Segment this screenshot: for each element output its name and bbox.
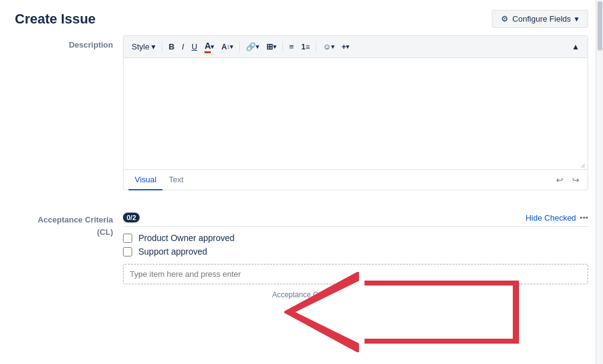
acceptance-label-col: Acceptance Criteria (CL) — [15, 210, 123, 238]
checklist-checkbox-2[interactable] — [123, 247, 132, 256]
chevron-down-icon: ▾ — [575, 14, 579, 23]
toolbar-divider — [162, 41, 162, 53]
chevron-down-icon: ▾ — [230, 43, 233, 50]
scrollbar[interactable] — [596, 0, 603, 364]
scrollbar-thumb[interactable] — [597, 1, 602, 51]
tab-text[interactable]: Text — [162, 170, 190, 190]
acceptance-field-col: 0/2 Hide Checked ••• Product Owner appro… — [123, 210, 588, 299]
checklist-items: Product Owner approved Support approved — [123, 233, 588, 256]
link-button[interactable]: 🔗 ▾ — [243, 40, 262, 53]
page-wrapper: Create Issue ⚙ Configure Fields ▾ Descri… — [0, 0, 603, 364]
acceptance-row: Acceptance Criteria (CL) 0/2 Hide Checke… — [0, 210, 603, 299]
configure-fields-label: Configure Fields — [512, 14, 571, 23]
font-size-button[interactable]: A↕ ▾ — [218, 41, 236, 53]
editor-tabs: Visual Text ↩ ↪ — [124, 169, 588, 190]
emoji-button[interactable]: ☺ ▾ — [319, 40, 337, 53]
acceptance-divider — [123, 226, 588, 227]
toolbar-divider-2 — [239, 41, 240, 53]
editor-body[interactable]: ◢ — [124, 58, 588, 169]
toolbar-divider-4 — [316, 41, 316, 53]
underline-button[interactable]: U — [188, 40, 200, 53]
bullet-list-button[interactable]: ≡ — [286, 40, 297, 53]
acceptance-footer: Acceptance Criteria field based on Check… — [123, 290, 588, 299]
page-header: Create Issue ⚙ Configure Fields ▾ — [0, 0, 603, 35]
acceptance-actions: Hide Checked ••• — [526, 213, 588, 222]
checklist-item-text-2: Support approved — [138, 247, 207, 256]
chevron-down-icon: ▾ — [256, 43, 259, 50]
acceptance-criteria-label-sub: (CL) — [15, 226, 113, 239]
acceptance-section: 0/2 Hide Checked ••• Product Owner appro… — [123, 213, 588, 299]
numbered-list-button[interactable]: 1≡ — [298, 41, 313, 53]
description-row: Description Style ▾ B I — [0, 35, 603, 200]
checklist-checkbox-1[interactable] — [123, 234, 132, 243]
chevron-down-icon: ▾ — [346, 43, 349, 50]
collapse-button[interactable]: ▲ — [568, 40, 583, 53]
chevron-down-icon: ▾ — [273, 43, 276, 50]
acceptance-criteria-label: Acceptance Criteria — [15, 214, 113, 226]
add-item-input[interactable] — [123, 264, 588, 284]
editor-tabs-right: ↩ ↪ — [553, 172, 583, 187]
checklist-item: Product Owner approved — [123, 233, 588, 243]
checklist-item-2: Support approved — [123, 247, 588, 256]
tab-visual[interactable]: Visual — [129, 170, 162, 190]
more-options-button[interactable]: ••• — [580, 213, 588, 222]
redo-button[interactable]: ↪ — [569, 172, 583, 187]
description-editor: Style ▾ B I U A ▾ — [123, 35, 588, 190]
text-color-button[interactable]: A ▾ — [201, 39, 217, 55]
configure-fields-button[interactable]: ⚙ Configure Fields ▾ — [492, 10, 588, 28]
insert-button[interactable]: ⊞ ▾ — [263, 40, 279, 53]
gear-icon: ⚙ — [501, 14, 508, 23]
checklist-item-text-1: Product Owner approved — [138, 233, 235, 243]
italic-button[interactable]: I — [179, 40, 187, 53]
bold-button[interactable]: B — [166, 40, 177, 53]
chevron-down-icon: ▾ — [211, 43, 214, 50]
acceptance-header: 0/2 Hide Checked ••• — [123, 213, 588, 222]
editor-tabs-left: Visual Text — [129, 170, 190, 190]
more-button[interactable]: + ▾ — [339, 40, 353, 53]
chevron-down-icon: ▾ — [151, 42, 156, 51]
editor-toolbar: Style ▾ B I U A ▾ — [124, 36, 588, 58]
undo-button[interactable]: ↩ — [553, 172, 567, 187]
toolbar-divider-3 — [282, 41, 283, 53]
resize-handle[interactable]: ◢ — [580, 162, 586, 168]
style-button[interactable]: Style ▾ — [129, 40, 159, 53]
description-label: Description — [15, 35, 123, 49]
acceptance-badge: 0/2 — [123, 213, 140, 222]
chevron-down-icon: ▾ — [331, 43, 334, 50]
description-field-col: Style ▾ B I U A ▾ — [123, 35, 588, 200]
page-title: Create Issue — [15, 11, 96, 27]
hide-checked-link[interactable]: Hide Checked — [526, 213, 576, 222]
